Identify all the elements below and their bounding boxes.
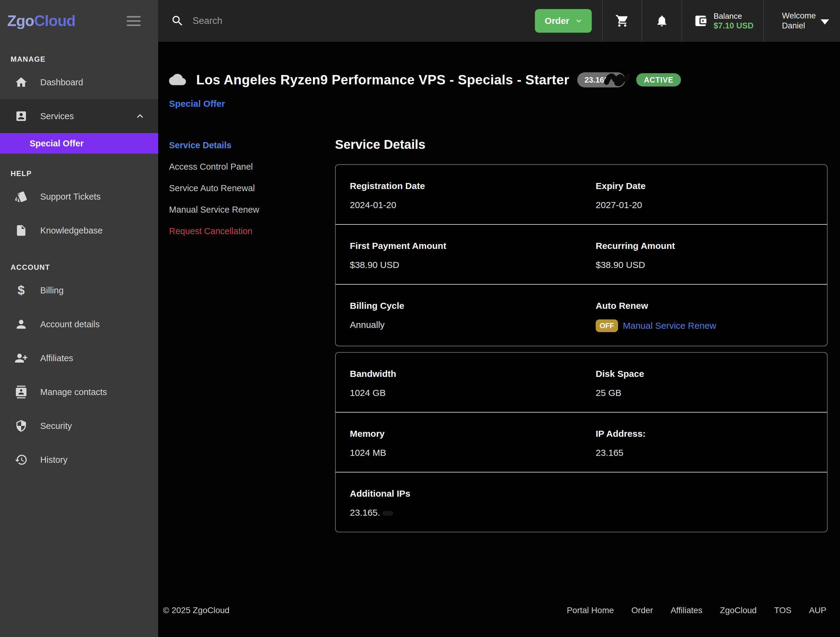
sidebar-item-dashboard[interactable]: Dashboard bbox=[0, 65, 158, 99]
sidebar-item-label: History bbox=[40, 455, 68, 465]
field-label: IP Address: bbox=[596, 428, 827, 439]
sidebar-item-label: Account details bbox=[40, 319, 100, 329]
field-label: Disk Space bbox=[596, 368, 827, 379]
field-value: 23.165. bbox=[350, 507, 380, 517]
service-details-panel: Service Details Registration Date 2024-0… bbox=[335, 139, 827, 532]
field-value: 23.165 bbox=[596, 447, 827, 458]
cart-button[interactable] bbox=[602, 0, 642, 42]
field-label: Bandwidth bbox=[350, 368, 596, 379]
footer-link-aup[interactable]: AUP bbox=[809, 605, 826, 615]
footer-link-zgocloud[interactable]: ZgoCloud bbox=[720, 605, 756, 615]
service-nav-service-details[interactable]: Service Details bbox=[169, 139, 335, 152]
sidebar-item-label: Billing bbox=[40, 286, 63, 296]
service-nav-access-control-panel[interactable]: Access Control Panel bbox=[169, 160, 335, 173]
auto-renew-toggle-badge: OFF bbox=[596, 319, 618, 332]
sidebar-item-label: Manage contacts bbox=[40, 387, 107, 397]
notifications-button[interactable] bbox=[642, 0, 682, 42]
balance-widget[interactable]: Balance $7.10 USD bbox=[682, 0, 763, 42]
user-menu[interactable]: Welcome Daniel bbox=[763, 0, 840, 42]
field-value: 25 GB bbox=[596, 387, 827, 398]
user-name: Daniel bbox=[782, 21, 816, 31]
field-value: 1024 MB bbox=[350, 447, 596, 458]
contacts-icon bbox=[14, 385, 28, 399]
field-value: $38.90 USD bbox=[350, 259, 596, 270]
file-icon bbox=[14, 224, 28, 237]
sidebar-item-manage-contacts[interactable]: Manage contacts bbox=[0, 375, 158, 409]
tickets-icon bbox=[14, 190, 28, 203]
sidebar-item-support-tickets[interactable]: Support Tickets bbox=[0, 180, 158, 213]
field-label: Expiry Date bbox=[596, 180, 827, 191]
balance-label: Balance bbox=[714, 11, 753, 21]
sidebar: ZgoCloud MANAGE Dashboard Services Speci… bbox=[0, 0, 158, 637]
manual-service-renew-link[interactable]: Manual Service Renew bbox=[623, 320, 716, 331]
topbar: Order Balance $7.10 USD Welcome Daniel bbox=[158, 0, 840, 42]
home-icon bbox=[14, 76, 28, 89]
sidebar-item-billing[interactable]: $ Billing bbox=[0, 273, 158, 307]
page-header: Los Angeles Ryzen9 Performance VPS - Spe… bbox=[169, 72, 840, 88]
chevron-up-icon bbox=[134, 110, 146, 122]
field-value: 1024 GB bbox=[350, 387, 596, 398]
sidebar-subitem-special-offer[interactable]: Special Offer bbox=[0, 133, 158, 154]
dollar-icon: $ bbox=[14, 284, 28, 297]
welcome-label: Welcome bbox=[782, 11, 816, 21]
sidebar-item-label: Affiliates bbox=[40, 353, 73, 363]
sidebar-item-label: Security bbox=[40, 421, 72, 431]
sidebar-item-label: Services bbox=[40, 111, 74, 121]
field-label: First Payment Amount bbox=[350, 240, 596, 251]
person-icon bbox=[14, 318, 28, 331]
sidebar-section-help: HELP bbox=[11, 169, 158, 178]
redaction-smudge bbox=[382, 511, 393, 516]
brand-logo-secondary: Cloud bbox=[34, 13, 76, 29]
special-offer-link[interactable]: Special Offer bbox=[169, 99, 225, 109]
card-row: Memory 1024 MB IP Address: 23.165 bbox=[336, 412, 827, 472]
brand-logo[interactable]: ZgoCloud bbox=[7, 12, 75, 30]
footer-link-order[interactable]: Order bbox=[632, 605, 653, 615]
page-title: Los Angeles Ryzen9 Performance VPS - Spe… bbox=[196, 72, 569, 88]
footer: © 2025 ZgoCloud Portal Home Order Affili… bbox=[163, 605, 826, 615]
sidebar-section-manage: MANAGE bbox=[11, 55, 158, 63]
sidebar-item-history[interactable]: History bbox=[0, 443, 158, 477]
resources-card: Bandwidth 1024 GB Disk Space 25 GB Memor… bbox=[335, 352, 827, 532]
sidebar-item-security[interactable]: Security bbox=[0, 409, 158, 443]
sidebar-item-affiliates[interactable]: Affiliates bbox=[0, 341, 158, 375]
sidebar-item-label: Knowledgebase bbox=[40, 226, 103, 236]
footer-link-tos[interactable]: TOS bbox=[774, 605, 791, 615]
sidebar-item-label: Dashboard bbox=[40, 77, 83, 87]
main-content: Los Angeles Ryzen9 Performance VPS - Spe… bbox=[158, 42, 840, 637]
order-button-label: Order bbox=[545, 16, 569, 26]
search-input[interactable] bbox=[193, 16, 404, 26]
sidebar-item-services[interactable]: Services bbox=[0, 99, 158, 133]
billing-details-card: Registration Date 2024-01-20 Expiry Date… bbox=[335, 164, 827, 346]
footer-link-affiliates[interactable]: Affiliates bbox=[671, 605, 703, 615]
field-label: Billing Cycle bbox=[350, 300, 596, 311]
sidebar-item-account-details[interactable]: Account details bbox=[0, 307, 158, 341]
services-icon bbox=[14, 109, 28, 123]
field-value: $38.90 USD bbox=[596, 259, 827, 270]
sidebar-header: ZgoCloud bbox=[0, 0, 158, 42]
ip-badge: 23.165 bbox=[577, 72, 625, 87]
service-nav-request-cancellation[interactable]: Request Cancellation bbox=[169, 224, 335, 238]
sidebar-item-knowledgebase[interactable]: Knowledgebase bbox=[0, 213, 158, 247]
copyright-text: © 2025 ZgoCloud bbox=[163, 605, 229, 615]
caret-down-icon bbox=[821, 19, 829, 24]
sidebar-section-account: ACCOUNT bbox=[11, 263, 158, 272]
menu-hamburger-icon[interactable] bbox=[127, 16, 141, 26]
card-row: Bandwidth 1024 GB Disk Space 25 GB bbox=[336, 352, 827, 412]
card-row: First Payment Amount $38.90 USD Recurrin… bbox=[336, 224, 827, 284]
sidebar-item-label: Support Tickets bbox=[40, 192, 101, 202]
order-button[interactable]: Order bbox=[535, 9, 592, 33]
bell-icon bbox=[655, 14, 669, 27]
service-nav-manual-service-renew[interactable]: Manual Service Renew bbox=[169, 203, 335, 216]
card-row: Registration Date 2024-01-20 Expiry Date… bbox=[336, 165, 827, 224]
person-add-icon bbox=[14, 351, 28, 365]
field-value: 2027-01-20 bbox=[596, 200, 827, 210]
service-nav-service-auto-renewal[interactable]: Service Auto Renewal bbox=[169, 182, 335, 195]
wallet-icon bbox=[694, 14, 707, 28]
field-label: Memory bbox=[350, 428, 596, 439]
shield-icon bbox=[14, 419, 28, 433]
balance-value: $7.10 USD bbox=[714, 21, 753, 30]
footer-link-portal-home[interactable]: Portal Home bbox=[567, 605, 614, 615]
chevron-down-icon bbox=[574, 16, 583, 25]
field-label: Recurring Amount bbox=[596, 240, 827, 251]
details-heading: Service Details bbox=[335, 137, 827, 152]
